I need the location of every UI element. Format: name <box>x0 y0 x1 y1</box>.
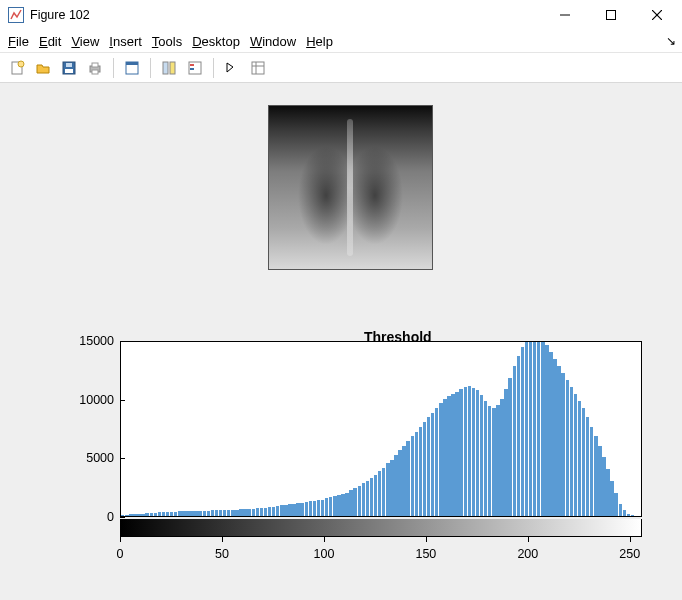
histogram-bar <box>521 347 524 516</box>
histogram-bar <box>292 504 295 516</box>
x-tick-mark <box>324 537 325 542</box>
menu-file[interactable]: File <box>4 32 33 51</box>
histogram-bar <box>443 399 446 516</box>
histogram-bar <box>500 399 503 516</box>
histogram-bar <box>464 387 467 516</box>
y-tick-mark <box>120 458 125 459</box>
menu-edit[interactable]: Edit <box>35 32 65 51</box>
maximize-button[interactable] <box>588 0 634 30</box>
histogram-bar <box>333 496 336 516</box>
histogram-bar <box>121 515 124 516</box>
toolbar-overflow-icon[interactable]: ↘ <box>666 34 676 48</box>
window-title: Figure 102 <box>30 8 90 22</box>
insert-legend-button[interactable] <box>184 57 206 79</box>
histogram-axes: 050001000015000 050100150200250 <box>44 341 642 569</box>
histogram-bar <box>337 495 340 516</box>
histogram-bar <box>614 493 617 516</box>
toolbar-separator <box>213 58 214 78</box>
histogram-bar <box>411 436 414 516</box>
svg-rect-15 <box>163 62 168 74</box>
menu-help[interactable]: Help <box>302 32 337 51</box>
minimize-button[interactable] <box>542 0 588 30</box>
histogram-bar <box>402 446 405 516</box>
histogram-bar <box>455 392 458 516</box>
histogram-bar <box>223 510 226 516</box>
histogram-bar <box>329 497 332 516</box>
histogram-bar <box>284 505 287 516</box>
histogram-bar <box>345 493 348 516</box>
histogram-bar <box>435 408 438 516</box>
x-tick-label: 200 <box>517 547 538 561</box>
histogram-bar <box>211 510 214 516</box>
histogram-bar <box>317 500 320 516</box>
histogram-bar <box>602 457 605 516</box>
x-tick-mark <box>528 537 529 542</box>
open-button[interactable] <box>32 57 54 79</box>
x-tick-label: 250 <box>619 547 640 561</box>
histogram-bar <box>313 501 316 516</box>
histogram-bar <box>378 471 381 516</box>
new-figure-button[interactable] <box>6 57 28 79</box>
histogram-bar <box>272 507 275 516</box>
histogram-bar <box>574 394 577 516</box>
menu-desktop[interactable]: Desktop <box>188 32 244 51</box>
x-tick-mark <box>120 537 121 542</box>
histogram-bar <box>190 511 193 516</box>
histogram-bar <box>182 511 185 516</box>
histogram-bar <box>194 511 197 516</box>
histogram-bar <box>137 514 140 516</box>
histogram-bar <box>264 508 267 516</box>
histogram-bar <box>178 511 181 516</box>
histogram-bar <box>305 502 308 516</box>
histogram-bar <box>525 341 528 516</box>
print-button[interactable] <box>84 57 106 79</box>
histogram-bar <box>619 504 622 516</box>
edit-plot-button[interactable] <box>221 57 243 79</box>
histogram-bar <box>406 441 409 516</box>
figure-window: Figure 102 File Edit View Insert Tools D… <box>0 0 682 600</box>
open-property-inspector-button[interactable] <box>247 57 269 79</box>
histogram-bar <box>280 505 283 516</box>
menu-tools[interactable]: Tools <box>148 32 186 51</box>
histogram-bar <box>496 405 499 516</box>
histogram-bar <box>598 446 601 516</box>
save-button[interactable] <box>58 57 80 79</box>
menu-view[interactable]: View <box>67 32 103 51</box>
histogram-bar <box>170 512 173 516</box>
histogram-bar <box>415 432 418 516</box>
histogram-bar <box>504 389 507 516</box>
histogram-bar <box>349 490 352 516</box>
y-tick-mark <box>120 400 125 401</box>
x-tick-label: 150 <box>415 547 436 561</box>
menu-insert[interactable]: Insert <box>105 32 146 51</box>
histogram-bar <box>374 475 377 516</box>
svg-rect-16 <box>170 62 175 74</box>
histogram-bar <box>215 510 218 516</box>
close-button[interactable] <box>634 0 680 30</box>
svg-rect-19 <box>190 68 194 70</box>
svg-rect-14 <box>126 62 138 65</box>
x-tick-label: 100 <box>313 547 334 561</box>
histogram-bar <box>158 512 161 516</box>
histogram-bar <box>162 512 165 516</box>
insert-colorbar-button[interactable] <box>158 57 180 79</box>
histogram-bar <box>594 436 597 516</box>
histogram-bar <box>423 422 426 516</box>
histogram-bar <box>468 386 471 516</box>
histogram-bar <box>623 510 626 516</box>
histogram-bar <box>582 408 585 516</box>
histogram-bar <box>243 509 246 516</box>
toolbar-separator <box>150 58 151 78</box>
histogram-bar <box>325 498 328 516</box>
histogram-bar <box>288 504 291 516</box>
histogram-bar <box>207 511 210 517</box>
toolbar-separator <box>113 58 114 78</box>
histogram-bar <box>484 401 487 516</box>
histogram-bar <box>252 509 255 516</box>
y-tick-label: 5000 <box>44 451 114 465</box>
link-plot-button[interactable] <box>121 57 143 79</box>
menu-window[interactable]: Window <box>246 32 300 51</box>
histogram-bar <box>578 401 581 516</box>
titlebar: Figure 102 <box>0 0 682 30</box>
histogram-bar <box>203 511 206 516</box>
